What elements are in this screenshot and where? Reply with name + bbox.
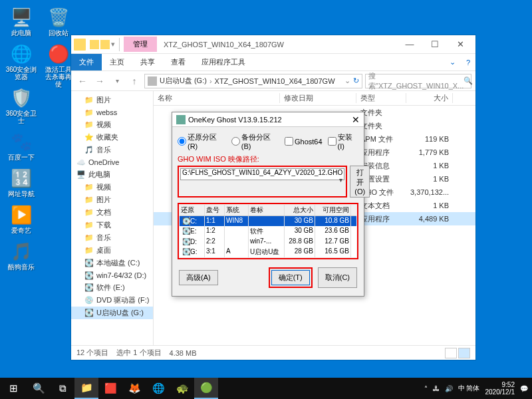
- maximize-button[interactable]: ☐: [422, 37, 448, 52]
- large-icons-view-icon[interactable]: [458, 348, 470, 358]
- desktop-icon[interactable]: 🔴激活工具去杀毒再使: [43, 42, 74, 88]
- nav-item[interactable]: 💽win7-64/32 (D:): [71, 269, 153, 281]
- desktop-icons-col2: 🗑️回收站🔴激活工具去杀毒再使: [43, 5, 74, 88]
- radio-backup[interactable]: 备份分区(B): [231, 132, 279, 150]
- nav-item[interactable]: 🖥️此电脑: [71, 168, 153, 181]
- nav-item[interactable]: 📁视频: [71, 181, 153, 194]
- context-tab-manage[interactable]: 管理: [124, 37, 157, 52]
- image-path-highlight: G:\FLHS_GHOST_WIN10_64_AZYY_V2020_12.GHO…: [178, 166, 347, 198]
- taskbar-app[interactable]: 🐢: [170, 378, 194, 399]
- nav-item[interactable]: 📁音乐: [71, 231, 153, 244]
- details-view-icon[interactable]: [445, 348, 457, 358]
- search-input[interactable]: 搜索"XTZ_GHOST_WIN10_X... 🔍: [365, 74, 471, 88]
- image-path-label: GHO WIM ISO 映像路径:: [178, 154, 358, 164]
- nav-item[interactable]: 🎵音乐: [71, 144, 153, 156]
- taskbar[interactable]: ⊞ 🔍 ⧉ 📁 🟥 🦊 🌐 🐢 🟢 ˄ 🖧 🔊 中 简体 9:52 2020/1…: [0, 378, 532, 399]
- system-tray[interactable]: ˄ 🖧 🔊 中 简体 9:52 2020/12/1 💬: [424, 381, 532, 396]
- nav-item[interactable]: 💽软件 (E:): [71, 281, 153, 294]
- refresh-icon[interactable]: ↻: [353, 76, 359, 85]
- breadcrumb[interactable]: U启动U盘 (G:) › XTZ_GHOST_WIN10_X64_1807GW …: [144, 74, 362, 88]
- ime-indicator[interactable]: 中 简体: [458, 384, 480, 393]
- volume-icon[interactable]: 🔊: [445, 385, 453, 392]
- forward-button[interactable]: →: [92, 74, 107, 88]
- desktop-icons-col1: 🖥️此电脑🌐360安全浏览器🛡️360安全卫士🐾百度一下🔢网址导航▶️爱奇艺🎵酷…: [5, 5, 37, 271]
- folder-icon: [74, 39, 86, 51]
- explorer-titlebar[interactable]: ▾ 管理 XTZ_GHOST_WIN10_X64_1807GW — ☐ ✕: [71, 35, 475, 54]
- drive-icon: [148, 76, 157, 86]
- app-icon: [176, 115, 186, 124]
- desktop-icon[interactable]: 🎵酷狗音乐: [5, 239, 37, 271]
- nav-item[interactable]: 💿DVD 驱动器 (F:): [71, 294, 153, 307]
- partition-row[interactable]: 💽D:2:2win7-...28.8 GB12.7 GB: [180, 237, 356, 247]
- help-icon[interactable]: ?: [461, 59, 475, 66]
- partition-row[interactable]: 💽C:1:1WIN830 GB10.8 GB: [180, 216, 356, 226]
- nav-item[interactable]: 📁图片: [71, 94, 153, 106]
- cancel-button[interactable]: 取消(C): [318, 267, 357, 288]
- nav-item[interactable]: ☁️OneDrive: [71, 156, 153, 168]
- ribbon-tab-view[interactable]: 查看: [163, 54, 194, 70]
- radio-restore[interactable]: 还原分区(R): [178, 132, 226, 150]
- desktop-icon[interactable]: 🔢网址导航: [5, 166, 37, 198]
- status-bar: 12 个项目 选中 1 个项目 4.38 MB: [71, 345, 475, 360]
- notifications-icon[interactable]: 💬: [520, 385, 528, 392]
- partition-row[interactable]: 💽G:3:1AU启动U盘28 GB16.5 GB: [180, 247, 356, 257]
- onekey-ghost-dialog: OneKey Ghost V13.9.15.212 ✕ 还原分区(R) 备份分区…: [172, 112, 364, 297]
- ribbon-tab-apptools[interactable]: 应用程序工具: [194, 54, 253, 70]
- nav-item[interactable]: 💽本地磁盘 (C:): [71, 257, 153, 269]
- partition-table[interactable]: 还原 盘号 系统 卷标 总大小 可用空间 💽C:1:1WIN830 GB10.8…: [180, 205, 356, 257]
- network-icon[interactable]: 🖧: [433, 385, 440, 392]
- nav-item[interactable]: 📁视频: [71, 118, 153, 131]
- up-button[interactable]: ↑: [127, 74, 142, 88]
- nav-item[interactable]: 📁webss: [71, 106, 153, 118]
- ribbon-file[interactable]: 文件: [71, 54, 102, 70]
- chevron-down-icon[interactable]: ⌄: [344, 76, 350, 85]
- taskbar-app-explorer[interactable]: 📁: [74, 378, 98, 399]
- open-button[interactable]: 打开(O): [350, 166, 370, 198]
- checkbox-ghost64[interactable]: Ghost64: [285, 137, 323, 146]
- checkbox-install[interactable]: 安装(I): [328, 132, 358, 150]
- start-button[interactable]: ⊞: [0, 378, 27, 399]
- chevron-down-icon[interactable]: ▾: [339, 176, 342, 184]
- advanced-button[interactable]: 高级(A): [179, 270, 218, 285]
- taskbar-app-onekey[interactable]: 🟢: [194, 378, 218, 399]
- taskbar-app[interactable]: 🦊: [122, 378, 146, 399]
- search-icon[interactable]: 🔍: [27, 378, 51, 399]
- desktop-icon[interactable]: 🌐360安全浏览器: [5, 42, 37, 80]
- desktop-icon[interactable]: ▶️爱奇艺: [5, 203, 37, 234]
- taskbar-app[interactable]: 🟥: [98, 378, 122, 399]
- nav-item[interactable]: ⭐收藏夹: [71, 131, 153, 144]
- desktop-icon[interactable]: 🗑️回收站: [43, 5, 74, 37]
- navigation-pane[interactable]: 📁图片📁webss📁视频⭐收藏夹🎵音乐☁️OneDrive🖥️此电脑📁视频📁图片…: [71, 91, 154, 345]
- task-view-icon[interactable]: ⧉: [51, 378, 74, 399]
- ribbon-tabs: 文件 主页 共享 查看 应用程序工具 ⌄ ?: [71, 54, 475, 71]
- search-icon: 🔍: [464, 76, 473, 85]
- back-button[interactable]: ←: [75, 74, 90, 88]
- close-icon[interactable]: ✕: [352, 114, 360, 125]
- desktop-icon[interactable]: 🛡️360安全卫士: [5, 86, 37, 124]
- column-headers[interactable]: 名称 修改日期 类型 大小: [154, 91, 475, 106]
- desktop-icon[interactable]: 🐾百度一下: [5, 130, 37, 161]
- tray-chevron-icon[interactable]: ˄: [424, 385, 428, 392]
- nav-item[interactable]: 📁图片: [71, 194, 153, 206]
- address-bar: ← → ▾ ↑ U启动U盘 (G:) › XTZ_GHOST_WIN10_X64…: [71, 71, 475, 91]
- dialog-titlebar[interactable]: OneKey Ghost V13.9.15.212 ✕: [172, 112, 364, 127]
- nav-item[interactable]: 💽U启动U盘 (G:): [71, 307, 153, 319]
- taskbar-app[interactable]: 🌐: [146, 378, 170, 399]
- ribbon-expand-icon[interactable]: ⌄: [444, 58, 461, 66]
- minimize-button[interactable]: —: [397, 37, 422, 52]
- nav-item[interactable]: 📁文档: [71, 206, 153, 219]
- ribbon-tab-share[interactable]: 共享: [132, 54, 163, 70]
- nav-item[interactable]: 📁下载: [71, 219, 153, 231]
- partition-table-highlight: 还原 盘号 系统 卷标 总大小 可用空间 💽C:1:1WIN830 GB10.8…: [178, 203, 358, 259]
- history-dropdown[interactable]: ▾: [110, 74, 124, 88]
- mode-radios: 还原分区(R) 备份分区(B) Ghost64 安装(I): [178, 132, 358, 150]
- partition-row[interactable]: 💽E:1:2软件30 GB23.6 GB: [180, 226, 356, 237]
- image-path-combo[interactable]: G:\FLHS_GHOST_WIN10_64_AZYY_V2020_12.GHO…: [180, 168, 344, 180]
- ok-button[interactable]: 确定(T): [271, 270, 310, 285]
- qat-dropdown[interactable]: ▾: [111, 40, 115, 49]
- nav-item[interactable]: 📁桌面: [71, 244, 153, 257]
- ribbon-tab-home[interactable]: 主页: [102, 54, 132, 70]
- clock[interactable]: 9:52 2020/12/1: [485, 381, 515, 396]
- close-button[interactable]: ✕: [448, 37, 473, 52]
- desktop-icon[interactable]: 🖥️此电脑: [5, 5, 37, 37]
